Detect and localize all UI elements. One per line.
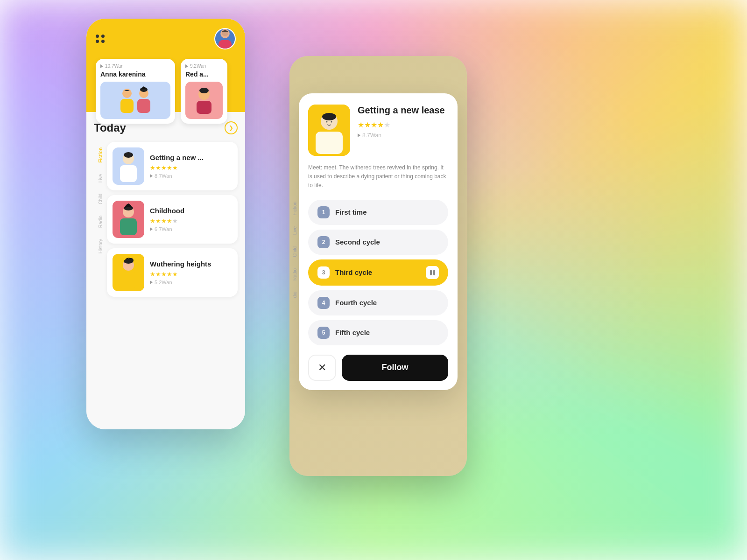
svg-rect-1 [218, 40, 232, 49]
cycle-label-3: Third cycle [335, 268, 420, 276]
svg-point-12 [199, 88, 209, 93]
modal-card: Getting a new lease ★★★★★ 8.7Wan Meet: m… [299, 93, 458, 390]
pause-bar-1 [430, 270, 432, 275]
svg-rect-15 [120, 165, 137, 182]
menu-icon[interactable] [96, 35, 105, 43]
cycle-label-2: Second cycle [335, 238, 439, 246]
svg-rect-23 [120, 272, 137, 288]
cycle-label-1: First time [335, 208, 439, 216]
modal-header: Getting a new lease ★★★★★ 8.7Wan [308, 105, 448, 156]
phone-1: 10.7Wan Anna karenina [86, 19, 245, 429]
item3-thumb [113, 254, 144, 291]
card1-title: Anna karenina [100, 70, 170, 78]
featured-card-1[interactable]: 10.7Wan Anna karenina [96, 59, 175, 124]
item2-illustration [113, 202, 143, 237]
play-icon-4 [150, 227, 153, 231]
item1-thumb [113, 147, 144, 185]
card2-image [185, 82, 223, 119]
phone1-body: Today ❯ Fiction Live Child Radio History [86, 112, 245, 429]
side-tabs: Fiction Live Child Radio History [94, 142, 107, 297]
svg-rect-3 [107, 84, 163, 117]
modal-description: Meet: meet. The withered trees revived i… [308, 163, 448, 190]
item1-views: 8.7Wan [150, 173, 232, 179]
item2-thumb [113, 201, 144, 238]
avatar-figure [215, 28, 235, 49]
item3-views: 5.2Wan [150, 280, 232, 285]
red-illustration [185, 84, 223, 117]
item3-info: Wuthering heights ★★★★★ 5.2Wan [150, 260, 232, 285]
cycle-num-2: 2 [317, 236, 330, 248]
item1-title: Getting a new ... [150, 154, 232, 161]
svg-point-16 [124, 152, 133, 158]
svg-point-30 [326, 121, 328, 123]
pause-icon[interactable] [426, 266, 439, 279]
item3-stars: ★★★★★ [150, 271, 232, 278]
item1-stars: ★★★★★ [150, 164, 232, 171]
card1-image [100, 82, 170, 119]
list-with-tabs: Fiction Live Child Radio History [94, 142, 238, 297]
tab-live[interactable]: Live [94, 168, 107, 188]
card2-title: Red a... [185, 70, 223, 78]
cycle-item-3[interactable]: 3 Third cycle [308, 259, 448, 286]
item2-stars: ★★★★★ [150, 217, 232, 224]
play-icon-5 [150, 280, 153, 284]
item2-info: Childhood ★★★★★ 6.7Wan [150, 207, 232, 232]
modal-footer: ✕ Follow [308, 355, 448, 381]
cycle-label-5: Fifth cycle [335, 329, 439, 336]
list-item[interactable]: Getting a new ... ★★★★★ 8.7Wan [107, 142, 238, 190]
svg-rect-11 [197, 101, 211, 114]
featured-card-2[interactable]: 9.2Wan Red a... [181, 59, 227, 124]
cycle-num-1: 1 [317, 206, 330, 218]
play-icon [100, 64, 103, 68]
play-icon-2 [185, 64, 188, 68]
cycle-item-5[interactable]: 5 Fifth cycle [308, 320, 448, 345]
modal-book-thumb [308, 105, 350, 156]
card1-views: 10.7Wan [105, 63, 124, 69]
play-icon-3 [150, 174, 153, 178]
modal-stars: ★★★★★ [358, 120, 448, 129]
play-icon-modal [358, 133, 360, 137]
follow-button[interactable]: Follow [342, 355, 448, 381]
avatar[interactable] [214, 28, 236, 49]
tab-radio[interactable]: Radio [94, 210, 107, 233]
cycle-num-5: 5 [317, 327, 330, 339]
item1-info: Getting a new ... ★★★★★ 8.7Wan [150, 154, 232, 179]
modal-book-illustration [308, 105, 350, 156]
cycle-num-3: 3 [317, 266, 330, 279]
cycle-item-2[interactable]: 2 Second cycle [308, 230, 448, 255]
tab-history[interactable]: History [94, 233, 107, 259]
tab-fiction[interactable]: Fiction [94, 142, 107, 168]
modal-book-title: Getting a new lease [358, 105, 448, 116]
list-item[interactable]: Wuthering heights ★★★★★ 5.2Wan [107, 248, 238, 297]
item1-illustration [113, 148, 143, 184]
cycle-item-1[interactable]: 1 First time [308, 200, 448, 225]
phone-2: Fiction Live Child Radio dio Getting [289, 56, 467, 476]
phone1-topbar [96, 28, 236, 49]
svg-rect-28 [316, 132, 343, 154]
svg-rect-19 [120, 218, 137, 235]
phone1-header: 10.7Wan Anna karenina [86, 19, 245, 112]
item2-title: Childhood [150, 207, 232, 215]
svg-point-31 [331, 121, 332, 123]
close-button[interactable]: ✕ [308, 355, 336, 381]
featured-cards: 10.7Wan Anna karenina [96, 59, 236, 124]
list-item[interactable]: Childhood ★★★★★ 6.7Wan [107, 195, 238, 244]
modal-views: 8.7Wan [358, 132, 448, 139]
modal-book-info: Getting a new lease ★★★★★ 8.7Wan [358, 105, 448, 139]
cycle-num-4: 4 [317, 297, 330, 309]
cycle-item-4[interactable]: 4 Fourth cycle [308, 290, 448, 315]
item3-title: Wuthering heights [150, 260, 232, 268]
svg-point-29 [322, 113, 336, 120]
card2-views: 9.2Wan [190, 63, 206, 69]
svg-rect-5 [120, 99, 134, 113]
cycle-list: 1 First time 2 Second cycle 3 Third cycl… [308, 200, 448, 345]
cycle-label-4: Fourth cycle [335, 299, 439, 307]
item2-views: 6.7Wan [150, 226, 232, 232]
couple-illustration [107, 84, 163, 117]
list-items: Getting a new ... ★★★★★ 8.7Wan [107, 142, 238, 297]
item3-illustration [113, 255, 143, 290]
tab-child[interactable]: Child [94, 188, 107, 210]
svg-rect-7 [137, 99, 150, 113]
pause-bar-2 [433, 270, 435, 275]
